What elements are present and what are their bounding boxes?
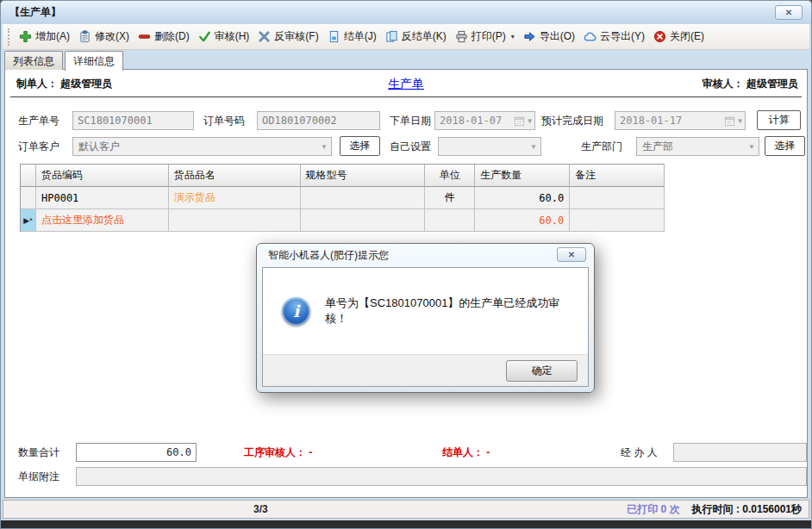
cell-note[interactable] (570, 209, 665, 232)
delete-button[interactable]: 删除(D) (134, 27, 194, 47)
audit-label: 审核(H) (215, 29, 250, 44)
tabstrip: 列表信息 详细信息 (4, 51, 125, 70)
production-no-field[interactable]: SC1801070001 (72, 111, 194, 130)
order-no-field[interactable]: OD1801070002 (257, 111, 380, 130)
column-header-unit[interactable]: 单位 (425, 165, 475, 187)
delete-icon (138, 30, 151, 43)
close-window-button[interactable]: 关闭(E) (649, 27, 709, 47)
order-date-picker[interactable]: 2018-01-07 ▼ (434, 111, 535, 130)
column-header-spec[interactable]: 规格型号 (301, 165, 426, 187)
unsettle-docs-icon (385, 30, 398, 43)
dialog-titlebar: 智能小机器人(肥仔)提示您 (257, 244, 594, 267)
handler-label: 经 办 人 (621, 443, 658, 462)
document-title: 生产单 (5, 73, 807, 94)
department-value: 生产部 (642, 140, 746, 154)
cloud-export-button[interactable]: 云导出(Y) (579, 27, 649, 47)
audit-button[interactable]: 审核(H) (194, 27, 254, 47)
cell-code[interactable]: HP0001 (36, 187, 169, 209)
cell-spec[interactable] (301, 209, 426, 232)
tab-list-info[interactable]: 列表信息 (4, 51, 63, 70)
close-icon: ✕ (568, 250, 575, 259)
order-date-label: 下单日期 (390, 111, 431, 130)
unaudit-button[interactable]: 反审核(F) (253, 27, 322, 47)
window-title: 【生产单】 (9, 5, 61, 20)
chevron-down-icon: ▼ (738, 117, 742, 125)
cell-name[interactable] (169, 209, 301, 232)
cell-qty[interactable]: 60.0 (475, 187, 570, 209)
cloud-export-label: 云导出(Y) (600, 29, 645, 44)
cell-qty-total[interactable]: 60.0 (475, 209, 570, 232)
unaudit-label: 反审核(F) (274, 29, 318, 44)
dialog-message: 单号为【SC1801070001】的生产单已经成功审核！ (325, 296, 569, 327)
cell-unit[interactable] (425, 209, 475, 232)
production-no-label: 生产单号 (18, 111, 59, 130)
handler-field[interactable] (673, 443, 807, 462)
add-item-cell[interactable]: 点击这里添加货品 (36, 209, 169, 232)
settle-label: 结单(J) (344, 29, 377, 44)
add-icon (19, 30, 32, 43)
customer-label: 订单客户 (18, 137, 59, 156)
edit-button[interactable]: 修改(X) (74, 27, 134, 47)
cell-name[interactable]: 演示货品 (169, 187, 301, 209)
customer-combobox[interactable]: 默认客户 ▼ (72, 137, 332, 156)
custom-set-combobox[interactable]: ▼ (438, 137, 541, 156)
row-selector[interactable] (21, 187, 36, 209)
settle-doc-icon (328, 30, 340, 43)
header-divider (10, 96, 802, 97)
info-icon: i (282, 297, 310, 326)
chevron-down-icon: ▼ (748, 143, 755, 151)
settle-button[interactable]: 结单(J) (323, 27, 381, 47)
close-window-label: 关闭(E) (670, 29, 704, 44)
add-label: 增加(A) (35, 29, 70, 44)
print-dropdown-caret-icon[interactable]: ▾ (511, 33, 515, 40)
edit-icon (78, 30, 91, 43)
settler-text: 结单人： - (442, 443, 490, 462)
column-header-name[interactable]: 货品品名 (169, 165, 301, 187)
doc-note-label: 单据附注 (18, 467, 59, 486)
total-qty-field[interactable]: 60.0 (76, 443, 197, 462)
chevron-down-icon: ▼ (528, 117, 532, 125)
department-combobox[interactable]: 生产部 ▼ (636, 137, 759, 156)
department-label: 生产部门 (581, 137, 622, 156)
unsettle-button[interactable]: 反结单(K) (381, 27, 451, 47)
dialog-close-button[interactable]: ✕ (557, 247, 586, 262)
column-header-qty[interactable]: 生产数量 (475, 165, 570, 187)
cell-spec[interactable] (301, 187, 426, 209)
dialog-title: 智能小机器人(肥仔)提示您 (268, 248, 389, 263)
doc-note-field[interactable] (76, 467, 807, 486)
ok-button[interactable]: 确定 (506, 360, 578, 382)
order-no-label: 订单号码 (203, 111, 245, 130)
cell-note[interactable] (570, 187, 665, 209)
tab-detail-info[interactable]: 详细信息 (65, 51, 123, 71)
table-row: HP0001 演示货品 件 60.0 (21, 187, 665, 209)
new-row-selector[interactable]: ▶* (21, 209, 36, 232)
edit-label: 修改(X) (95, 29, 129, 44)
printed-count: 已打印 0 次 (627, 501, 679, 518)
department-select-button[interactable]: 选择 (765, 136, 805, 156)
window-close-button[interactable]: ✕ (775, 5, 803, 20)
unaudit-x-icon (258, 30, 271, 43)
customer-select-button[interactable]: 选择 (340, 136, 380, 156)
cell-unit[interactable]: 件 (425, 187, 475, 209)
cloud-icon (584, 30, 597, 43)
production-no-value: SC1801070001 (78, 115, 153, 127)
column-header-code[interactable]: 货品编码 (36, 165, 169, 187)
execution-time: 执行时间 : 0.0156001秒 (692, 501, 802, 518)
export-label: 导出(O) (540, 29, 575, 44)
column-header-note[interactable]: 备注 (570, 165, 665, 187)
print-label: 打印(P) (472, 29, 506, 44)
message-dialog: 智能小机器人(肥仔)提示您 ✕ i 单号为【SC1801070001】的生产单已… (256, 243, 595, 393)
print-button[interactable]: 打印(P) ▾ (451, 27, 519, 47)
grid-corner-cell (21, 165, 36, 187)
finish-date-picker[interactable]: 2018-01-17 ▼ (615, 111, 746, 130)
export-button[interactable]: 导出(O) (519, 27, 579, 47)
order-no-value: OD1801070002 (262, 115, 337, 127)
custom-set-label: 自己设置 (390, 137, 431, 156)
calculate-button[interactable]: 计算 (757, 110, 801, 130)
production-order-window: 【生产单】 ✕ 增加(A) 修改(X) 删除(D) 审核(H) 反审核(F) (0, 0, 812, 529)
customer-value: 默认客户 (78, 140, 318, 154)
add-button[interactable]: 增加(A) (15, 27, 74, 47)
total-qty-label: 数量合计 (18, 443, 59, 462)
window-bottom-edge (1, 520, 811, 529)
audit-check-icon (198, 30, 211, 43)
